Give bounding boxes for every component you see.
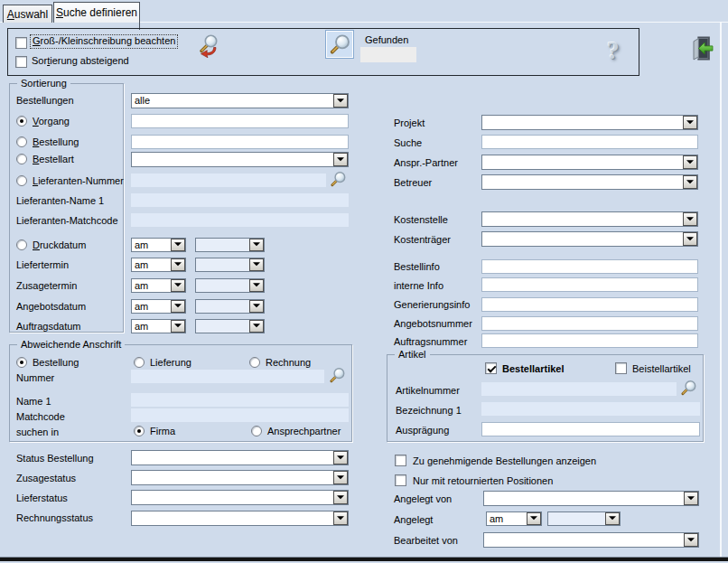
bestellung-label[interactable]: Bestellung xyxy=(33,136,79,148)
dropdown-arrow-icon[interactable] xyxy=(333,153,348,166)
nummer-input[interactable] xyxy=(131,370,324,383)
anschrift-lieferung-label[interactable]: Lieferung xyxy=(150,357,191,369)
suche-input[interactable] xyxy=(481,135,698,149)
bestellung-radio[interactable] xyxy=(16,136,27,147)
interne-info-input[interactable] xyxy=(481,277,698,292)
anschrift-bestellung-radio[interactable] xyxy=(16,357,27,368)
dropdown-arrow-icon[interactable] xyxy=(249,320,264,333)
search-reset-icon[interactable] xyxy=(196,33,223,61)
dropdown-arrow-icon[interactable] xyxy=(333,471,348,484)
bestellartikel-label[interactable]: Bestellartikel xyxy=(502,363,564,375)
anschrift-lieferung-radio[interactable] xyxy=(134,357,145,368)
dropdown-arrow-icon[interactable] xyxy=(249,300,264,313)
angebotsnummer-input[interactable] xyxy=(481,316,698,331)
bearbeitet-von-select[interactable] xyxy=(483,532,699,548)
kostenstelle-select[interactable] xyxy=(481,211,698,227)
exit-button[interactable] xyxy=(689,36,714,61)
angebotsdatum-op-select[interactable]: am xyxy=(131,299,186,314)
dropdown-arrow-icon[interactable] xyxy=(683,175,697,189)
angelegt-von-select[interactable] xyxy=(483,491,699,506)
dropdown-arrow-icon[interactable] xyxy=(333,491,348,504)
anschrift-rechnung-label[interactable]: Rechnung xyxy=(266,357,311,369)
auftragsdatum-date-select[interactable] xyxy=(195,319,265,333)
sort-descending-label[interactable]: Sortierung absteigend xyxy=(32,55,129,67)
bestellart-label[interactable]: Bestellart xyxy=(33,154,74,165)
bestellung-input[interactable] xyxy=(131,135,349,149)
genehmigen-checkbox[interactable] xyxy=(395,455,406,466)
druckdatum-radio[interactable] xyxy=(16,239,27,250)
search-button[interactable] xyxy=(325,30,354,59)
tab-auswahl[interactable]: Auswahl xyxy=(3,5,52,23)
kostentraeger-select[interactable] xyxy=(481,231,698,247)
dropdown-arrow-icon[interactable] xyxy=(171,300,185,313)
lieferanten-nummer-label[interactable]: Lieferanten-Nummer xyxy=(33,175,124,187)
rechnungsstatus-select[interactable] xyxy=(131,511,349,526)
zusagestatus-select[interactable] xyxy=(131,470,349,485)
dropdown-arrow-icon[interactable] xyxy=(683,232,697,246)
bestellartikel-checkbox[interactable] xyxy=(485,362,497,374)
auspraegung-input[interactable] xyxy=(481,422,700,436)
firma-label[interactable]: Firma xyxy=(150,426,175,437)
angebotsdatum-date-select[interactable] xyxy=(195,299,265,314)
zusagetermin-op-select[interactable]: am xyxy=(131,278,186,293)
artikel-lookup-icon[interactable] xyxy=(680,380,697,397)
dropdown-arrow-icon[interactable] xyxy=(171,279,185,292)
vorgang-radio[interactable] xyxy=(16,116,27,127)
anspr-partner-select[interactable] xyxy=(481,155,698,170)
anschrift-rechnung-radio[interactable] xyxy=(249,357,260,368)
dropdown-arrow-icon[interactable] xyxy=(683,116,697,129)
tab-suche-definieren[interactable]: Suche definieren xyxy=(53,2,140,23)
dropdown-arrow-icon[interactable] xyxy=(684,492,698,505)
dropdown-arrow-icon[interactable] xyxy=(249,279,264,292)
dropdown-arrow-icon[interactable] xyxy=(683,212,697,226)
dropdown-arrow-icon[interactable] xyxy=(684,533,698,547)
bestellart-radio[interactable] xyxy=(16,154,27,164)
firma-radio[interactable] xyxy=(134,426,145,436)
beistellartikel-label[interactable]: Beistellartikel xyxy=(632,363,691,375)
bestellinfo-input[interactable] xyxy=(481,259,698,274)
retourniert-label[interactable]: Nur mit retournierten Positionen xyxy=(413,475,553,487)
betreuer-select[interactable] xyxy=(481,174,698,190)
beistellartikel-checkbox[interactable] xyxy=(615,362,627,374)
dropdown-arrow-icon[interactable] xyxy=(333,94,348,108)
vorgang-input[interactable] xyxy=(131,114,349,128)
bestellungen-select[interactable]: alle xyxy=(131,93,349,108)
angelegt-op-select[interactable]: am xyxy=(486,511,542,526)
dropdown-arrow-icon[interactable] xyxy=(171,258,185,271)
sort-descending-checkbox[interactable] xyxy=(15,56,27,68)
zusagetermin-date-select[interactable] xyxy=(195,278,265,293)
lieferanten-lookup-icon[interactable] xyxy=(330,171,347,188)
ansprechpartner-label[interactable]: Ansprechpartner xyxy=(267,426,341,437)
vorgang-label[interactable]: Vorgang xyxy=(33,116,70,127)
druckdatum-op-select[interactable]: am xyxy=(131,238,186,252)
dropdown-arrow-icon[interactable] xyxy=(171,320,185,333)
retourniert-checkbox[interactable] xyxy=(395,474,406,486)
lieferanten-nummer-radio[interactable] xyxy=(16,175,27,186)
dropdown-arrow-icon[interactable] xyxy=(683,155,697,169)
druckdatum-date-select[interactable] xyxy=(195,238,265,252)
lieferstatus-select[interactable] xyxy=(131,490,349,505)
anschrift-bestellung-label[interactable]: Bestellung xyxy=(33,357,79,369)
auftragsdatum-op-select[interactable]: am xyxy=(131,319,186,333)
case-sensitive-label[interactable]: Groß-/Kleinschreibung beachten xyxy=(31,35,177,48)
bestellart-select[interactable] xyxy=(131,152,349,167)
auftragsnummer-input[interactable] xyxy=(481,333,698,348)
dropdown-arrow-icon[interactable] xyxy=(333,451,348,464)
status-bestellung-select[interactable] xyxy=(131,450,349,465)
nummer-lookup-icon[interactable] xyxy=(329,367,346,384)
generierungsinfo-input[interactable] xyxy=(481,297,698,312)
dropdown-arrow-icon[interactable] xyxy=(249,258,264,271)
liefertermin-date-select[interactable] xyxy=(195,258,265,272)
help-icon[interactable]: ? xyxy=(607,37,620,65)
genehmigen-label[interactable]: Zu genehmigende Bestellungen anzeigen xyxy=(413,455,596,467)
artikelnummer-input[interactable] xyxy=(481,382,677,396)
lieferanten-nummer-input[interactable] xyxy=(131,174,326,187)
dropdown-arrow-icon[interactable] xyxy=(171,239,185,251)
dropdown-arrow-icon[interactable] xyxy=(527,512,541,525)
liefertermin-op-select[interactable]: am xyxy=(131,258,186,272)
dropdown-arrow-icon[interactable] xyxy=(605,512,620,525)
dropdown-arrow-icon[interactable] xyxy=(333,511,348,525)
dropdown-arrow-icon[interactable] xyxy=(249,239,264,251)
projekt-select[interactable] xyxy=(481,115,698,130)
angelegt-datum-select[interactable] xyxy=(547,511,621,526)
